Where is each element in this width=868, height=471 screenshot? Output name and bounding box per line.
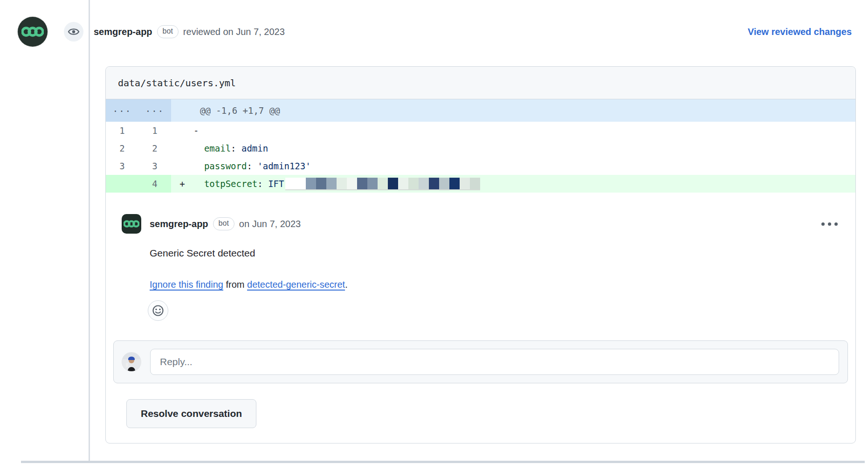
redaction-block	[439, 178, 449, 189]
timeline-line	[89, 0, 90, 461]
new-line-number: 1	[138, 122, 171, 139]
diff-sign	[171, 157, 193, 175]
bot-badge: bot	[157, 25, 179, 38]
view-reviewed-changes-link[interactable]: View reviewed changes	[748, 27, 852, 37]
bot-badge: bot	[213, 217, 234, 230]
redaction-block	[357, 178, 367, 189]
bot-comment: semgrep-app bot on Jun 7, 2023 Generic S…	[106, 193, 855, 321]
redacted-secret	[285, 178, 480, 190]
review-event-text: semgrep-app bot reviewed on Jun 7, 2023	[94, 25, 285, 38]
redaction-block	[316, 178, 326, 189]
code-token: IFT	[263, 175, 284, 193]
code-token: 'admin123'	[252, 157, 311, 175]
new-line-number: 2	[138, 139, 171, 157]
redaction-block	[306, 178, 316, 189]
redaction-block	[347, 178, 357, 189]
reply-bar	[113, 340, 848, 383]
redaction-block	[398, 178, 408, 189]
comment-author-link[interactable]: semgrep-app	[150, 219, 208, 229]
diff-lines: 11-22 email: admin33 password: 'admin123…	[106, 122, 855, 193]
redaction-block	[429, 178, 439, 189]
diff-line: 4+ totpSecret: IFT	[106, 175, 855, 193]
redaction-block	[419, 178, 429, 189]
diff-line: 33 password: 'admin123'	[106, 157, 855, 175]
diff-code: password: 'admin123'	[193, 157, 855, 175]
new-line-number: 3	[138, 157, 171, 175]
pr-review-thread-page: semgrep-app bot reviewed on Jun 7, 2023 …	[0, 0, 868, 471]
eye-icon	[68, 27, 80, 37]
comment-body-text: Generic Secret detected	[150, 248, 841, 259]
rule-name-link[interactable]: detected-generic-secret	[247, 279, 345, 290]
code-token: admin	[236, 139, 269, 157]
finding-actions-line: Ignore this finding from detected-generi…	[150, 279, 841, 290]
redaction-block	[408, 178, 419, 189]
semgrep-bot-comment-avatar[interactable]	[122, 214, 141, 234]
review-author-link[interactable]: semgrep-app	[94, 27, 152, 37]
old-line-number: 3	[106, 157, 138, 175]
code-token: :	[257, 175, 262, 193]
review-event-header: semgrep-app bot reviewed on Jun 7, 2023 …	[18, 17, 852, 47]
new-line-number: 4	[138, 175, 171, 193]
diff-hunk-header: @@ -1,6 +1,7 @@	[171, 99, 855, 122]
code-token: :	[247, 157, 252, 175]
section-divider	[21, 461, 865, 463]
diff-sign	[171, 122, 193, 139]
smiley-icon	[152, 305, 164, 317]
redaction-block	[378, 178, 388, 189]
redaction-block	[460, 178, 470, 189]
expand-hunk-old-button[interactable]: ...	[106, 99, 138, 122]
code-token: totpSecret	[193, 175, 257, 193]
finding-middle-text: from	[223, 279, 247, 290]
redaction-block	[337, 178, 347, 189]
redaction-block	[285, 178, 306, 189]
code-token: -	[193, 122, 199, 139]
redaction-block	[326, 178, 337, 189]
review-action-text: reviewed on Jun 7, 2023	[183, 27, 285, 37]
diff-filename[interactable]: data/static/users.yml	[118, 77, 236, 89]
review-thread-card: data/static/users.yml ... ... @@ -1,6 +1…	[105, 66, 856, 443]
comment-options-kebab-icon[interactable]	[818, 219, 841, 229]
comment-timestamp: on Jun 7, 2023	[239, 219, 301, 229]
redaction-block	[388, 178, 398, 189]
expand-hunk-new-button[interactable]: ...	[138, 99, 171, 122]
user-avatar	[122, 353, 141, 371]
redaction-block	[449, 178, 460, 189]
semgrep-logo-icon	[21, 25, 44, 38]
old-line-number: 2	[106, 139, 138, 157]
finding-period: .	[345, 279, 348, 290]
diff-line: 22 email: admin	[106, 139, 855, 157]
redaction-block	[470, 178, 480, 189]
resolve-conversation-button[interactable]: Resolve conversation	[126, 399, 256, 428]
code-token: email	[193, 139, 231, 157]
diff-file-header: data/static/users.yml	[106, 67, 855, 99]
add-reaction-button[interactable]	[148, 300, 168, 321]
diff-hunk-gutter: ... ...	[106, 99, 171, 122]
old-line-number	[106, 175, 138, 193]
diff-hunk-row: ... ... @@ -1,6 +1,7 @@	[106, 99, 855, 122]
comment-meta: semgrep-app bot on Jun 7, 2023	[150, 217, 301, 230]
diff-code: email: admin	[193, 139, 855, 157]
diff-code: totpSecret: IFT	[193, 175, 855, 193]
semgrep-bot-avatar[interactable]	[18, 17, 48, 47]
diff-code: -	[193, 122, 855, 139]
code-token: password	[193, 157, 247, 175]
semgrep-logo-icon	[124, 219, 139, 229]
redaction-block	[367, 178, 378, 189]
diff-line: 11-	[106, 122, 855, 139]
code-token: :	[231, 139, 236, 157]
user-photo-avatar	[122, 353, 141, 371]
old-line-number: 1	[106, 122, 138, 139]
diff-sign: +	[171, 175, 193, 193]
ignore-finding-link[interactable]: Ignore this finding	[150, 279, 223, 290]
reply-input[interactable]	[150, 349, 839, 375]
diff-sign	[171, 139, 193, 157]
comment-header: semgrep-app bot on Jun 7, 2023	[122, 214, 841, 234]
reviewed-eye-badge	[64, 22, 83, 42]
